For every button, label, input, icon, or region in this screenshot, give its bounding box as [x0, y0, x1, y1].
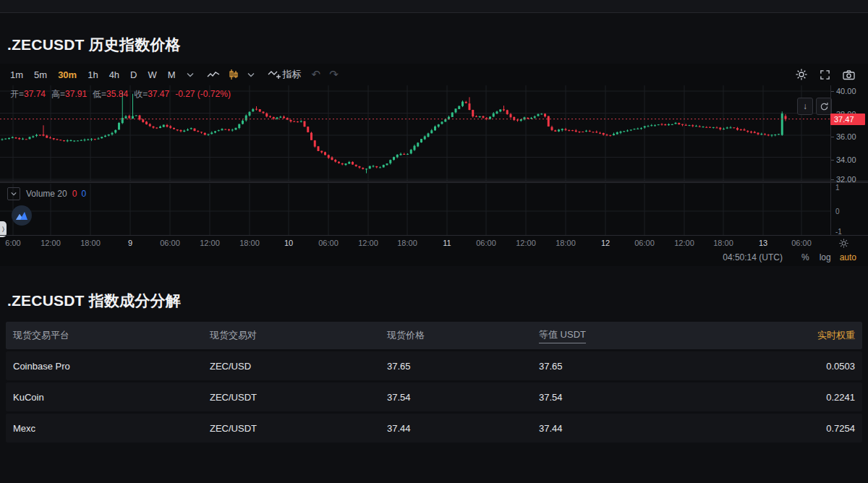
chart-status-bar: 04:50:14 (UTC) % log auto	[0, 249, 868, 266]
camera-icon[interactable]	[843, 69, 855, 80]
time-tick: 06:00	[160, 239, 180, 247]
price-chart-widget: 1m5m30m1h4hDWM 指标 ↶ ↷	[0, 64, 868, 266]
cell-equivalent-usdt: 37.65	[539, 361, 785, 372]
cell-price: 37.54	[387, 392, 539, 403]
ohlc-value: 35.84	[106, 89, 128, 99]
candlestick-style-icon[interactable]	[229, 69, 239, 80]
gear-icon[interactable]	[796, 69, 807, 80]
time-tick: 12:00	[41, 239, 61, 247]
ohlc-value: 37.74	[24, 89, 46, 99]
volume-pane[interactable]	[0, 184, 830, 235]
cell-pair: ZEC/USD	[210, 361, 387, 372]
indicator-icon[interactable]	[268, 69, 281, 80]
time-tick: 12:00	[674, 239, 694, 247]
cell-platform: KuCoin	[13, 392, 210, 403]
chart-toolbar: 1m5m30m1h4hDWM 指标 ↶ ↷	[0, 64, 868, 85]
utc-clock: 04:50:14 (UTC)	[723, 249, 783, 265]
interval-button-1h[interactable]: 1h	[88, 69, 98, 80]
volume-legend: Volume 20 0 0	[7, 187, 86, 200]
time-tick: 12	[601, 239, 610, 247]
volume-tick: 1	[835, 184, 840, 192]
time-tick: 18:00	[397, 239, 417, 247]
cell-platform: Coinbase Pro	[13, 361, 210, 372]
time-tick: 12:00	[358, 239, 378, 247]
time-tick: 06:00	[318, 239, 339, 247]
toolbar-right-icons	[796, 64, 855, 85]
fullscreen-icon[interactable]	[820, 69, 830, 80]
table-row[interactable]: Coinbase ProZEC/USD37.6537.650.0503	[6, 351, 862, 380]
ohlc-label: 低=	[93, 89, 106, 99]
interval-button-4h[interactable]: 4h	[109, 69, 119, 80]
ohlc-label: 开=	[10, 89, 24, 99]
table-header-label: 等值 USDT	[539, 328, 586, 343]
time-tick: 18:00	[80, 239, 101, 247]
time-tick: 06:00	[634, 239, 655, 247]
table-row[interactable]: KuCoinZEC/USDT37.5437.540.2241	[6, 382, 862, 411]
log-scale-button[interactable]: log	[820, 249, 831, 265]
undo-icon[interactable]: ↶	[312, 68, 321, 81]
interval-button-M[interactable]: M	[168, 69, 176, 80]
time-tick: 6:00	[5, 239, 20, 247]
time-tick: 18:00	[556, 239, 576, 247]
cell-pair: ZEC/USDT	[210, 423, 387, 434]
price-tick: 40.00	[836, 87, 856, 95]
table-header-row: 现货交易平台现货交易对现货价格等值 USDT实时权重	[6, 322, 862, 349]
interval-button-30m[interactable]: 30m	[58, 69, 77, 80]
interval-button-W[interactable]: W	[148, 69, 156, 80]
price-tick: 36.00	[836, 132, 856, 141]
cell-realtime-weight: 0.0503	[785, 361, 855, 372]
page-title: .ZECUSDT 历史指数价格	[7, 35, 181, 55]
scroll-down-button[interactable]: ↓	[797, 98, 813, 115]
ohlc-label: 收=	[134, 89, 148, 99]
interval-buttons: 1m5m30m1h4hDWM	[10, 69, 187, 80]
cell-equivalent-usdt: 37.54	[539, 392, 785, 403]
volume-collapse-chevron-icon[interactable]	[7, 187, 20, 200]
interval-button-5m[interactable]: 5m	[34, 69, 47, 80]
volume-value-blue: 0	[81, 189, 86, 199]
table-header-cell: 实时权重	[785, 329, 855, 342]
table-header-cell: 现货交易对	[210, 329, 387, 342]
auto-scale-button[interactable]: auto	[840, 249, 856, 265]
table-header-cell: 现货价格	[387, 329, 539, 342]
time-tick: 12:00	[200, 239, 220, 247]
chart-plot-area: 开=37.74高=37.91低=35.84收=37.47-0.27 (-0.72…	[0, 85, 868, 249]
index-composition-table: 现货交易平台现货交易对现货价格等值 USDT实时权重 Coinbase ProZ…	[6, 322, 862, 443]
cell-pair: ZEC/USDT	[210, 392, 387, 403]
ohlc-label: 高=	[51, 89, 65, 99]
price-tick: 32.00	[836, 175, 856, 184]
ohlc-value: 37.91	[65, 89, 87, 99]
time-tick: 12:00	[516, 239, 536, 247]
cell-platform: Mexc	[13, 423, 210, 434]
pane-separator[interactable]	[0, 181, 868, 183]
line-chart-style-icon[interactable]	[207, 70, 220, 79]
cell-equivalent-usdt: 37.44	[539, 423, 785, 434]
top-divider-strip	[0, 0, 868, 13]
table-header-cell: 等值 USDT	[539, 328, 785, 343]
ohlc-change: -0.27 (-0.72%)	[175, 89, 231, 99]
price-tick: 34.00	[836, 155, 856, 164]
time-tick: 13	[759, 239, 767, 247]
table-header-cell: 现货交易平台	[13, 329, 210, 342]
time-tick: 06:00	[476, 239, 496, 247]
volume-value-red: 0	[72, 189, 77, 199]
indicator-button[interactable]: 指标	[283, 68, 302, 81]
percent-scale-button[interactable]: %	[801, 249, 809, 265]
ohlc-value: 37.47	[148, 89, 169, 99]
style-dropdown-chevron-icon[interactable]	[247, 72, 255, 77]
time-tick: 18:00	[713, 239, 733, 247]
interval-dropdown-chevron-icon[interactable]	[187, 72, 194, 77]
table-header-label: 现货价格	[387, 330, 425, 341]
time-tick: 10	[284, 239, 293, 247]
interval-button-1m[interactable]: 1m	[10, 69, 23, 80]
cell-realtime-weight: 0.7254	[785, 423, 855, 434]
time-axis[interactable]: 6:0012:0018:00906:0012:0018:001006:0012:…	[0, 235, 868, 250]
cell-price: 37.65	[387, 361, 539, 372]
volume-label: Volume 20	[26, 189, 67, 199]
time-tick: 11	[443, 239, 451, 247]
interval-button-D[interactable]: D	[130, 69, 137, 80]
table-row[interactable]: MexcZEC/USDT37.4437.440.7254	[6, 414, 862, 443]
cell-price: 37.44	[387, 423, 539, 434]
reset-scale-button[interactable]	[816, 98, 832, 115]
section-title-composition: .ZECUSDT 指数成分分解	[7, 291, 181, 311]
redo-icon[interactable]: ↷	[329, 68, 339, 81]
